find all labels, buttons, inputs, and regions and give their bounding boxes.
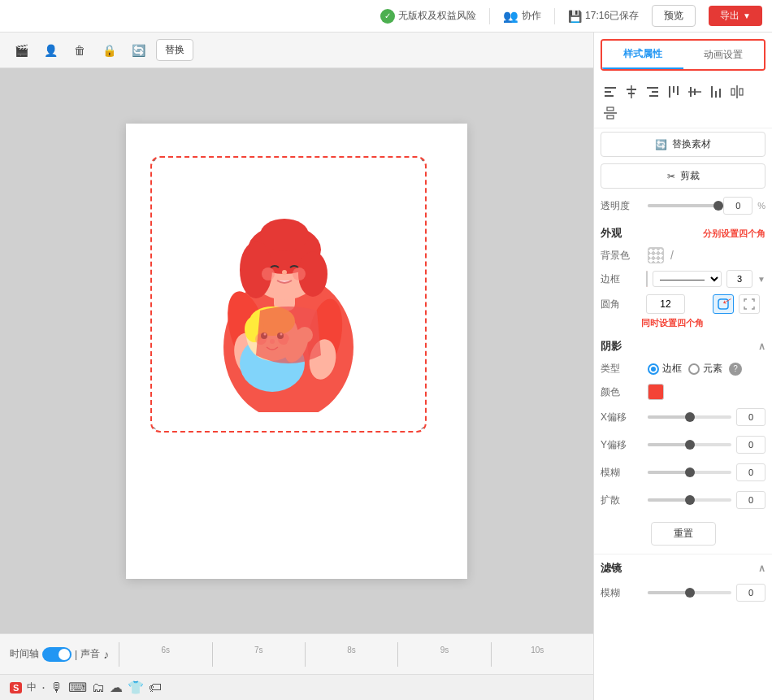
video-icon-btn[interactable]: 🎬 (10, 39, 33, 62)
tick-9s: 9s (397, 642, 490, 667)
svg-rect-35 (649, 95, 658, 97)
export-dropdown-arrow: ▼ (743, 11, 751, 20)
lang-icon[interactable]: 中 (27, 680, 37, 694)
border-dropdown-arrow[interactable]: ▼ (757, 275, 765, 284)
filter-blur-slider[interactable] (648, 591, 731, 594)
border-width-input[interactable] (726, 270, 752, 288)
shadow-border-radio-circle (648, 363, 659, 375)
shadow-x-input[interactable] (736, 408, 765, 426)
tab-animation[interactable]: 动画设置 (683, 41, 765, 69)
svg-rect-33 (647, 87, 658, 89)
divider-2 (554, 8, 555, 24)
save-icon: 💾 (568, 10, 582, 23)
radius-row: 圆角 → (594, 291, 772, 317)
folder-icon[interactable]: 🗂 (92, 680, 105, 695)
shadow-x-slider[interactable] (648, 415, 731, 419)
shadow-blur-slider[interactable] (648, 471, 731, 474)
canvas-area: 🎬 👤 🗑 🔒 🔄 替换 ↻ (0, 33, 593, 700)
no-copyright-item[interactable]: ✓ 无版权及权益风险 (380, 9, 476, 24)
lock-icon-btn[interactable]: 🔒 (98, 39, 120, 62)
tick-7s: 7s (212, 642, 305, 667)
tab-style[interactable]: 样式属性 (602, 41, 683, 69)
no-copyright-label: 无版权及权益风险 (398, 9, 476, 23)
reset-container: 重置 (594, 514, 772, 554)
svg-rect-50 (607, 115, 614, 119)
opacity-slider[interactable] (648, 204, 718, 207)
export-button[interactable]: 导出 ▼ (709, 6, 762, 26)
shadow-type-label: 类型 (601, 362, 641, 376)
bg-color-transparent-swatch[interactable] (648, 247, 664, 263)
align-bottom-btn[interactable] (706, 82, 726, 102)
cloud-icon[interactable]: ☁ (110, 680, 123, 695)
person-icon-btn[interactable]: 👤 (39, 39, 62, 62)
border-style-select[interactable]: ————— - - - - ......... (653, 271, 722, 287)
align-toolbar (594, 77, 772, 128)
keyboard-icon[interactable]: ⌨ (68, 680, 87, 695)
align-center-v-btn[interactable] (622, 82, 641, 102)
distribute-v-btn[interactable] (601, 103, 620, 123)
preview-button[interactable]: 预览 (652, 5, 696, 27)
align-left-btn[interactable] (601, 82, 620, 102)
radius-individual-corners-btn[interactable] (739, 294, 760, 314)
timeline-toggle[interactable] (42, 647, 72, 662)
svg-rect-47 (739, 89, 743, 95)
align-middle-h-btn[interactable] (685, 82, 705, 102)
shadow-spread-input[interactable] (736, 491, 765, 509)
shadow-blur-input[interactable] (736, 463, 765, 481)
shadow-spread-value-container (648, 491, 765, 509)
opacity-value-container: % (648, 197, 765, 215)
filter-collapse-btn[interactable]: ∧ (758, 563, 765, 574)
canvas-element-image[interactable]: ↻ (150, 156, 427, 433)
sound-icon[interactable]: ♪ (103, 648, 109, 661)
filter-blur-label: 模糊 (601, 586, 641, 600)
shadow-y-input[interactable] (736, 436, 765, 454)
replace-material-button[interactable]: 🔄 替换素材 (601, 132, 765, 157)
shadow-y-row: Y偏移 (594, 431, 772, 459)
shadow-element-label: 元素 (703, 362, 722, 376)
border-row: 边框 ————— - - - - ......... ▼ (594, 267, 772, 291)
border-color-swatch[interactable] (646, 271, 648, 287)
filter-blur-input[interactable] (736, 584, 765, 602)
align-top-btn[interactable] (664, 82, 683, 102)
shadow-y-label: Y偏移 (601, 438, 641, 452)
tag-icon[interactable]: 🏷 (149, 680, 162, 695)
svg-point-6 (260, 219, 309, 251)
bg-color-row: 背景色 / (594, 244, 772, 267)
canvas-workspace[interactable]: ↻ (0, 68, 593, 633)
align-right-btn[interactable] (643, 82, 662, 102)
help-icon[interactable]: ? (729, 363, 742, 376)
shadow-collapse-btn[interactable]: ∧ (758, 341, 765, 352)
opacity-input[interactable] (723, 197, 752, 215)
collaborate-label: 协作 (522, 9, 541, 23)
timeline-ticks: 6s 7s 8s 9s 10s (119, 642, 583, 667)
shadow-x-value-container (648, 408, 765, 426)
reset-button[interactable]: 重置 (651, 522, 716, 546)
rotate-icon-btn[interactable]: 🔄 (127, 39, 150, 62)
shadow-color-swatch[interactable] (648, 384, 664, 400)
collaborate-icon: 👥 (503, 9, 518, 24)
collaborate-item[interactable]: 👥 协作 (503, 9, 541, 24)
s-icon[interactable]: S (10, 682, 22, 693)
svg-rect-38 (677, 86, 679, 95)
delete-icon-btn[interactable]: 🗑 (68, 39, 91, 62)
radius-input[interactable] (646, 294, 685, 314)
topbar: ✓ 无版权及权益风险 👥 协作 💾 17:16已保存 预览 导出 ▼ (0, 0, 772, 33)
status-bar: S 中 · 🎙 ⌨ 🗂 ☁ 👕 🏷 (0, 674, 593, 700)
shadow-spread-row: 扩散 (594, 486, 772, 514)
shadow-border-radio[interactable]: 边框 (648, 362, 682, 376)
shadow-label: 阴影 (601, 339, 622, 354)
bg-color-label: 背景色 (601, 249, 641, 263)
shadow-spread-slider[interactable] (648, 498, 731, 502)
crop-button[interactable]: ✂ 剪裁 (601, 163, 765, 189)
shadow-element-radio[interactable]: 元素 (688, 362, 722, 376)
divider-1 (489, 8, 490, 24)
replace-button[interactable]: 替换 (156, 39, 193, 61)
shadow-y-slider[interactable] (648, 443, 731, 446)
shirt-icon[interactable]: 👕 (128, 680, 144, 695)
main-layout: 🎬 👤 🗑 🔒 🔄 替换 ↻ (0, 33, 772, 700)
distribute-h-btn[interactable] (727, 82, 747, 102)
svg-rect-49 (607, 107, 614, 111)
mic-icon[interactable]: 🎙 (50, 680, 63, 695)
radius-label: 圆角 (601, 298, 641, 311)
dot1-icon: · (41, 680, 45, 695)
